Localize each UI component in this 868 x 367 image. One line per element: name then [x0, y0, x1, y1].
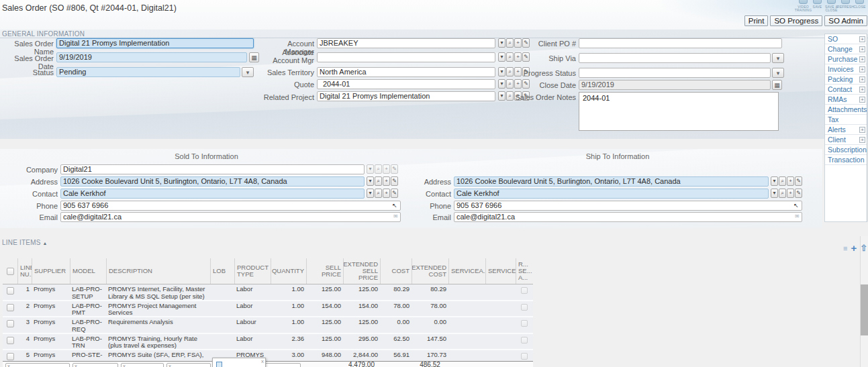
checkbox-icon[interactable]: [216, 362, 222, 367]
clear-filter-icon[interactable]: x: [168, 363, 171, 367]
col-sell-price[interactable]: SELL PRICE: [306, 258, 343, 284]
vertical-scrollbar-thumb[interactable]: [861, 284, 868, 335]
row-checkbox[interactable]: [7, 320, 14, 327]
sales-order-date-input[interactable]: 9/19/2019: [56, 52, 247, 62]
col-model[interactable]: MODEL: [70, 258, 106, 284]
clear-filter-icon[interactable]: x: [7, 363, 10, 367]
clear-filter-icon[interactable]: x: [123, 363, 126, 367]
expand-icon[interactable]: [859, 137, 865, 143]
so-progress-button[interactable]: SO Progress: [770, 15, 822, 26]
ship-to-address-input[interactable]: 1026 Cooke Boulevard Unit 5, Burlington,…: [454, 176, 769, 187]
table-row[interactable]: 4 Promys LAB-PRO-TRN PROMYS Training, Ho…: [3, 334, 533, 351]
dropdown-icon[interactable]: ▾: [498, 67, 505, 76]
sidebar-tab-alerts[interactable]: Alerts: [825, 125, 867, 135]
col-extended-sell-price[interactable]: EXTENDED SELL PRICE: [343, 258, 380, 284]
quote-input[interactable]: 2044-01: [317, 79, 495, 89]
col-quantity[interactable]: QUANTITY: [271, 258, 306, 284]
clear-filter-icon[interactable]: x: [75, 363, 77, 367]
sidebar-tab-invoices[interactable]: Invoices: [825, 64, 867, 74]
sold-to-address-input[interactable]: 1026 Cooke Boulevard Unit 5, Burlington,…: [60, 176, 365, 187]
table-row[interactable]: 2 Promys LAB-PRO-PMT PROMYS Project Mana…: [3, 301, 533, 318]
dropdown-icon[interactable]: ▾: [498, 91, 505, 101]
edit-icon[interactable]: ✎: [795, 189, 802, 198]
account-manager-input[interactable]: JBREAKEY: [317, 38, 495, 48]
email-icon[interactable]: ✉: [795, 213, 800, 219]
expand-icon[interactable]: [859, 97, 865, 103]
search-icon[interactable]: ⌕: [375, 164, 382, 174]
expand-icon[interactable]: [859, 36, 865, 42]
add-line-icon[interactable]: +: [851, 244, 857, 253]
expand-icon[interactable]: [859, 46, 865, 52]
row-checkbox[interactable]: [7, 304, 14, 311]
close-icon[interactable]: x: [261, 358, 264, 364]
edit-icon[interactable]: ✎: [795, 176, 802, 186]
sold-to-company-input[interactable]: Digital21: [60, 164, 365, 174]
row-checkbox[interactable]: [7, 337, 14, 344]
dropdown-icon[interactable]: ▾: [367, 176, 374, 186]
select-all-checkbox[interactable]: [7, 268, 14, 275]
sidebar-tab-so[interactable]: SO: [825, 34, 867, 44]
col-product-type[interactable]: PRODUCT TYPE: [234, 258, 271, 284]
sidebar-tab-contact[interactable]: Contact: [825, 85, 867, 95]
add-icon[interactable]: +: [383, 176, 390, 186]
filter-dropdown-popup[interactable]: x: [212, 358, 266, 367]
status-input[interactable]: Pending: [56, 67, 240, 77]
sold-to-phone-input[interactable]: 905 637 6966: [60, 201, 401, 211]
sidebar-tab-change[interactable]: Change: [825, 44, 867, 54]
search-icon[interactable]: ⌕: [779, 189, 786, 198]
col-lob[interactable]: LOB: [210, 258, 234, 284]
sales-territory-input[interactable]: North America: [317, 67, 495, 77]
list-view-icon[interactable]: ≡: [843, 244, 847, 252]
add-icon[interactable]: +: [787, 176, 794, 186]
col-extended-cost[interactable]: EXTENDED COST: [412, 258, 448, 284]
column-filter-input[interactable]: x: [73, 363, 118, 367]
sidebar-tab-transaction[interactable]: Transaction: [825, 155, 867, 165]
column-filter-input[interactable]: x: [166, 363, 211, 367]
expand-icon[interactable]: [859, 87, 865, 93]
dial-cursor-icon[interactable]: ↖: [793, 202, 799, 209]
col-supplier[interactable]: SUPPLIER: [32, 258, 70, 284]
sold-to-email-input[interactable]: cale@digital21.ca: [60, 212, 401, 222]
related-project-input[interactable]: Digital 21 Promys Implementation: [317, 91, 495, 101]
search-icon[interactable]: ⌕: [779, 176, 786, 186]
col-line-number[interactable]: LINE NU...: [17, 258, 32, 284]
ship-to-email-input[interactable]: cale@digital21.ca: [454, 212, 802, 222]
sidebar-tab-purchase[interactable]: Purchase: [825, 54, 867, 64]
collapse-icon[interactable]: ▲: [43, 241, 48, 246]
import-icon[interactable]: ⇧: [860, 243, 867, 253]
chevron-down-icon[interactable]: ▾: [772, 68, 784, 78]
column-filter-input[interactable]: x: [121, 363, 164, 367]
sales-order-notes-input[interactable]: 2044-01: [579, 92, 779, 131]
table-row[interactable]: 1 Promys LAB-PRO-SETUP PROMYS Internet, …: [3, 284, 533, 301]
column-filter-input[interactable]: x: [260, 363, 301, 367]
save-and-close-button[interactable]: SAVE & CLOSE: [825, 0, 838, 12]
dropdown-icon[interactable]: ▾: [498, 79, 505, 89]
sidebar-tab-client[interactable]: Client: [825, 135, 867, 145]
progress-status-input[interactable]: [579, 68, 771, 78]
so-admin-button[interactable]: SO Admin: [824, 15, 867, 26]
video-training-button[interactable]: VIDEO TRAINING: [797, 0, 810, 12]
search-icon[interactable]: ⌕: [375, 176, 382, 186]
close-date-input[interactable]: 9/19/2019: [579, 80, 771, 90]
dial-cursor-icon[interactable]: ↖: [392, 202, 397, 209]
edit-icon[interactable]: ✎: [391, 164, 398, 174]
dropdown-icon[interactable]: ▾: [771, 189, 778, 198]
chevron-down-icon[interactable]: ▾: [242, 67, 254, 77]
row-checkbox[interactable]: [7, 353, 14, 360]
refresh-button[interactable]: REFRESH: [839, 0, 852, 12]
search-icon[interactable]: ⌕: [375, 189, 382, 198]
calendar-icon[interactable]: ▦: [772, 80, 782, 90]
client-po-input[interactable]: [579, 38, 782, 48]
email-icon[interactable]: ✉: [393, 213, 398, 219]
expand-icon[interactable]: [859, 66, 865, 72]
col-description[interactable]: DESCRIPTION: [106, 258, 210, 284]
table-row[interactable]: 3 Promys LAB-PRO-REQ Requirements Analys…: [3, 317, 533, 334]
dropdown-icon[interactable]: ▾: [498, 52, 505, 62]
dropdown-icon[interactable]: ▾: [367, 189, 374, 198]
col-servicea[interactable]: SERVICEA...: [448, 258, 485, 284]
add-icon[interactable]: +: [787, 189, 794, 198]
sidebar-tab-subscriptions[interactable]: Subscriptions: [825, 145, 867, 155]
dropdown-icon[interactable]: ▾: [498, 38, 505, 48]
expand-icon[interactable]: [859, 127, 865, 133]
row-checkbox[interactable]: [7, 287, 14, 295]
